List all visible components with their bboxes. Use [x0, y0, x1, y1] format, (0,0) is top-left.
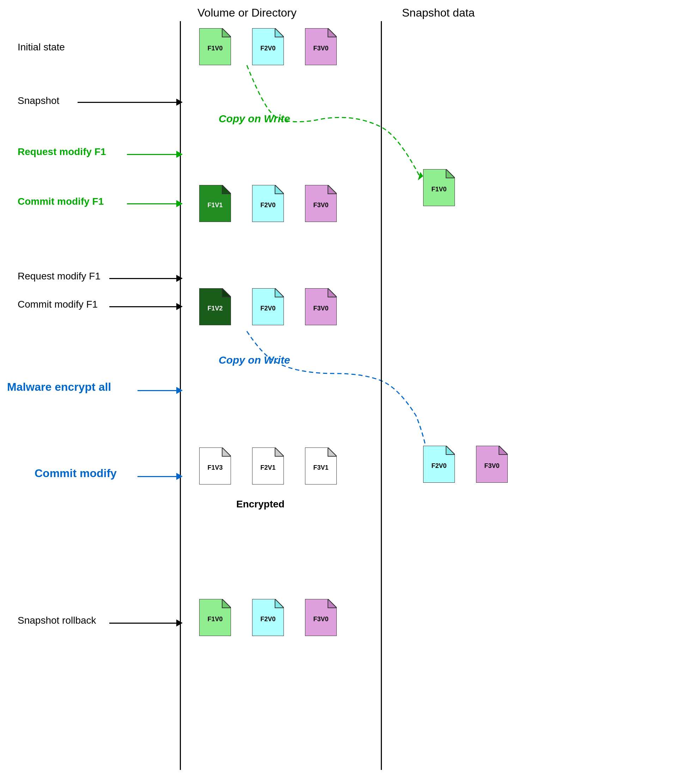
- svg-marker-45: [499, 446, 508, 454]
- arrow-commit-modify-green: [127, 200, 183, 207]
- svg-text:F2V0: F2V0: [260, 45, 275, 52]
- svg-marker-24: [222, 288, 231, 297]
- encrypted-label: Encrypted: [236, 499, 285, 510]
- svg-text:F1V0: F1V0: [431, 186, 446, 193]
- svg-marker-48: [222, 599, 231, 608]
- file-f2v0-r2: F2V0: [252, 185, 284, 222]
- svg-text:F3V0: F3V0: [313, 305, 328, 312]
- vline-right: [381, 21, 382, 770]
- cow-label-blue: Copy on Write: [218, 354, 290, 366]
- svg-marker-15: [275, 185, 284, 194]
- svg-text:F3V0: F3V0: [313, 616, 328, 622]
- cow-label-green: Copy on Write: [218, 113, 290, 125]
- svg-text:F1V1: F1V1: [207, 202, 223, 208]
- file-f1v3: F1V3: [199, 448, 231, 484]
- file-f1v1: F1V1: [199, 185, 231, 222]
- svg-marker-54: [328, 599, 337, 608]
- label-commit-modify-f1-green: Commit modify F1: [18, 196, 104, 207]
- svg-marker-36: [275, 448, 284, 456]
- label-request-modify-f1-green: Request modify F1: [18, 146, 106, 157]
- vline-left: [180, 21, 181, 770]
- label-request-modify-f1-black: Request modify F1: [18, 271, 100, 282]
- svg-text:F3V0: F3V0: [313, 202, 328, 208]
- svg-marker-39: [328, 448, 337, 456]
- svg-marker-0: [418, 172, 423, 180]
- svg-marker-51: [275, 599, 284, 608]
- file-f3v0-snap: F3V0: [476, 446, 508, 483]
- file-f3v1: F3V1: [305, 448, 337, 484]
- svg-marker-18: [328, 185, 337, 194]
- svg-text:F3V0: F3V0: [313, 45, 328, 52]
- file-f1v2: F1V2: [199, 288, 231, 325]
- svg-marker-33: [222, 448, 231, 456]
- file-f2v1: F2V1: [252, 448, 284, 484]
- label-snapshot: Snapshot: [18, 95, 59, 106]
- file-f3v0-restored: F3V0: [305, 599, 337, 636]
- label-initial-state: Initial state: [18, 42, 65, 53]
- svg-marker-9: [328, 28, 337, 37]
- arrow-request-modify-green: [127, 151, 183, 158]
- svg-marker-6: [275, 28, 284, 37]
- arrow-malware-encrypt: [137, 387, 183, 394]
- label-malware-encrypt-all: Malware encrypt all: [7, 381, 111, 394]
- svg-text:F3V1: F3V1: [313, 464, 328, 471]
- svg-text:F1V0: F1V0: [207, 45, 223, 52]
- svg-text:F1V2: F1V2: [207, 305, 223, 312]
- svg-marker-12: [222, 185, 231, 194]
- arrow-snapshot: [78, 99, 183, 106]
- file-f1v0-initial: F1V0: [199, 28, 231, 65]
- svg-text:F2V0: F2V0: [260, 616, 275, 622]
- svg-text:F2V1: F2V1: [260, 464, 275, 471]
- svg-text:F1V3: F1V3: [207, 464, 223, 471]
- file-f1v0-snap: F1V0: [423, 169, 455, 206]
- svg-marker-27: [275, 288, 284, 297]
- arrow-snapshot-rollback: [109, 619, 183, 627]
- file-f2v0-initial: F2V0: [252, 28, 284, 65]
- file-f3v0-initial: F3V0: [305, 28, 337, 65]
- label-snapshot-rollback: Snapshot rollback: [18, 615, 96, 626]
- file-f1v0-restored: F1V0: [199, 599, 231, 636]
- svg-text:F3V0: F3V0: [484, 462, 499, 469]
- volume-dir-header: Volume or Directory: [198, 6, 296, 19]
- arrow-commit-modify-black: [109, 303, 183, 310]
- svg-marker-3: [222, 28, 231, 37]
- label-commit-modify-f1-black: Commit modify F1: [18, 299, 98, 310]
- svg-marker-30: [328, 288, 337, 297]
- arrow-commit-modify-blue: [137, 473, 183, 480]
- file-f3v0-r3: F3V0: [305, 288, 337, 325]
- snapshot-data-header: Snapshot data: [402, 6, 474, 19]
- svg-text:F2V0: F2V0: [260, 202, 275, 208]
- svg-marker-21: [446, 169, 455, 178]
- file-f2v0-snap: F2V0: [423, 446, 455, 483]
- diagram-container: Volume or Directory Snapshot data Initia…: [0, 0, 677, 784]
- svg-text:F2V0: F2V0: [431, 462, 446, 469]
- svg-text:F2V0: F2V0: [260, 305, 275, 312]
- file-f2v0-restored: F2V0: [252, 599, 284, 636]
- svg-marker-42: [446, 446, 455, 454]
- arrow-request-modify-black: [109, 275, 183, 282]
- label-commit-modify-blue: Commit modify: [34, 467, 117, 480]
- file-f3v0-r2: F3V0: [305, 185, 337, 222]
- file-f2v0-r3: F2V0: [252, 288, 284, 325]
- svg-text:F1V0: F1V0: [207, 616, 223, 622]
